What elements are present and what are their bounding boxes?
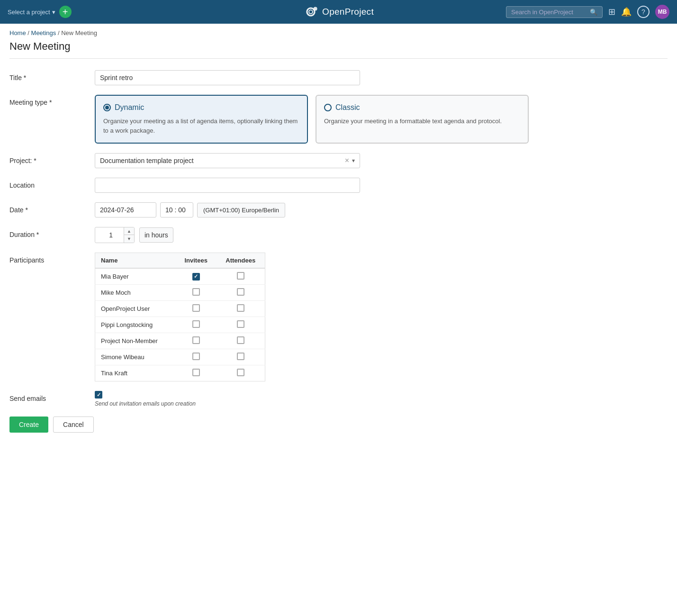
breadcrumb-meetings[interactable]: Meetings bbox=[31, 29, 56, 36]
invitee-checkbox[interactable] bbox=[192, 369, 200, 376]
project-field-wrap: Documentation template project × ▾ bbox=[95, 153, 360, 168]
table-header-row: Name Invitees Attendees bbox=[95, 253, 265, 269]
participant-name: Pippi Longstocking bbox=[95, 317, 176, 333]
invitee-cell bbox=[176, 301, 216, 317]
duration-input-wrap: ▲ ▼ bbox=[95, 227, 135, 243]
participant-name: Project Non-Member bbox=[95, 333, 176, 349]
duration-row: Duration * ▲ ▼ in hours bbox=[9, 227, 668, 243]
breadcrumb-home[interactable]: Home bbox=[9, 29, 26, 36]
invitee-cell bbox=[176, 333, 216, 349]
participants-table-wrap: Name Invitees Attendees Mia BayerMike Mo… bbox=[95, 253, 265, 381]
invitee-checkbox[interactable] bbox=[192, 336, 200, 344]
date-row: Date * (GMT+01:00) Europe/Berlin bbox=[9, 202, 668, 217]
attendee-checkbox[interactable] bbox=[237, 369, 244, 376]
send-emails-label: Send emails bbox=[9, 391, 95, 402]
new-meeting-form: Title * Meeting type * Dynamic Organize … bbox=[0, 59, 677, 444]
participant-name: Simone Wibeau bbox=[95, 349, 176, 365]
grid-icon[interactable]: ⊞ bbox=[608, 7, 615, 17]
page-title: New Meeting bbox=[0, 38, 677, 58]
radio-classic[interactable] bbox=[324, 104, 332, 111]
radio-dynamic[interactable] bbox=[103, 104, 111, 111]
invitee-checkbox[interactable] bbox=[192, 288, 200, 296]
participant-name: Tina Kraft bbox=[95, 365, 176, 381]
project-dropdown-icon[interactable]: ▾ bbox=[352, 157, 355, 164]
select-project-button[interactable]: Select a project ▾ bbox=[8, 9, 55, 16]
search-input[interactable] bbox=[511, 9, 587, 16]
invitee-checkbox[interactable] bbox=[192, 320, 200, 328]
table-row: Tina Kraft bbox=[95, 365, 265, 381]
timezone-badge: (GMT+01:00) Europe/Berlin bbox=[197, 203, 285, 217]
meeting-type-row: Meeting type * Dynamic Organize your mee… bbox=[9, 95, 668, 144]
duration-increment[interactable]: ▲ bbox=[124, 227, 134, 235]
search-icon: 🔍 bbox=[590, 9, 597, 16]
attendee-checkbox[interactable] bbox=[237, 353, 244, 360]
invitee-cell bbox=[176, 365, 216, 381]
top-navigation: Select a project ▾ + OpenProject 🔍 ⊞ 🔔 ?… bbox=[0, 0, 677, 24]
date-label: Date * bbox=[9, 202, 95, 214]
app-logo: OpenProject bbox=[303, 6, 374, 18]
date-time-row: (GMT+01:00) Europe/Berlin bbox=[95, 202, 285, 217]
invitee-cell bbox=[176, 285, 216, 301]
classic-label: Classic bbox=[335, 103, 360, 112]
invitee-checkbox[interactable] bbox=[192, 353, 200, 360]
col-attendees-header: Attendees bbox=[216, 253, 265, 269]
meeting-type-label: Meeting type * bbox=[9, 95, 95, 106]
search-box[interactable]: 🔍 bbox=[506, 6, 603, 18]
meeting-type-options: Dynamic Organize your meeting as a list … bbox=[95, 95, 668, 144]
invitee-cell bbox=[176, 317, 216, 333]
attendee-checkbox[interactable] bbox=[237, 272, 244, 280]
invitee-checkbox[interactable] bbox=[192, 304, 200, 312]
table-row: Simone Wibeau bbox=[95, 349, 265, 365]
send-emails-checkbox[interactable] bbox=[95, 391, 102, 399]
hours-label: in hours bbox=[139, 227, 173, 243]
bell-icon[interactable]: 🔔 bbox=[621, 7, 632, 17]
col-invitees-header: Invitees bbox=[176, 253, 216, 269]
location-field-wrap bbox=[95, 178, 360, 193]
attendee-checkbox[interactable] bbox=[237, 304, 244, 312]
meeting-type-classic[interactable]: Classic Organize your meeting in a forma… bbox=[316, 95, 529, 144]
svg-point-0 bbox=[314, 7, 317, 11]
breadcrumb: Home / Meetings / New Meeting bbox=[0, 24, 677, 38]
logo-icon bbox=[303, 6, 318, 18]
attendee-cell bbox=[216, 268, 265, 285]
project-select[interactable]: Documentation template project × ▾ bbox=[95, 153, 360, 168]
attendee-checkbox[interactable] bbox=[237, 320, 244, 328]
attendee-checkbox[interactable] bbox=[237, 336, 244, 344]
time-input[interactable] bbox=[160, 202, 193, 217]
send-emails-note: Send out invitation emails upon creation bbox=[95, 400, 196, 407]
avatar[interactable]: MB bbox=[655, 5, 669, 19]
project-label: Project: * bbox=[9, 153, 95, 164]
breadcrumb-current: New Meeting bbox=[61, 29, 97, 36]
attendee-cell bbox=[216, 365, 265, 381]
duration-spinners: ▲ ▼ bbox=[124, 227, 134, 243]
meeting-type-dynamic[interactable]: Dynamic Organize your meeting as a list … bbox=[95, 95, 308, 144]
participant-name: Mia Bayer bbox=[95, 268, 176, 285]
create-button[interactable]: Create bbox=[9, 417, 48, 433]
duration-decrement[interactable]: ▼ bbox=[124, 235, 134, 243]
table-row: Mike Moch bbox=[95, 285, 265, 301]
classic-desc: Organize your meeting in a formattable t… bbox=[324, 117, 520, 126]
attendee-cell bbox=[216, 317, 265, 333]
duration-input[interactable] bbox=[95, 228, 124, 242]
date-input[interactable] bbox=[95, 202, 156, 217]
location-row: Location bbox=[9, 178, 668, 193]
project-clear-icon[interactable]: × bbox=[345, 156, 349, 165]
title-label: Title * bbox=[9, 70, 95, 82]
invitee-checkbox[interactable] bbox=[192, 273, 200, 281]
breadcrumb-sep1: / bbox=[27, 29, 31, 36]
send-emails-content: Send out invitation emails upon creation bbox=[95, 391, 196, 407]
location-input[interactable] bbox=[95, 178, 360, 193]
participants-label: Participants bbox=[9, 253, 95, 264]
cancel-button[interactable]: Cancel bbox=[53, 417, 94, 433]
table-row: Mia Bayer bbox=[95, 268, 265, 285]
dynamic-desc: Organize your meeting as a list of agend… bbox=[103, 117, 299, 135]
duration-control: ▲ ▼ in hours bbox=[95, 227, 173, 243]
send-emails-row: Send emails Send out invitation emails u… bbox=[9, 391, 668, 407]
help-icon[interactable]: ? bbox=[637, 6, 650, 18]
title-input[interactable] bbox=[95, 70, 360, 85]
duration-label: Duration * bbox=[9, 227, 95, 238]
dynamic-label: Dynamic bbox=[115, 103, 144, 112]
attendee-checkbox[interactable] bbox=[237, 288, 244, 296]
add-project-button[interactable]: + bbox=[59, 6, 72, 18]
attendee-cell bbox=[216, 349, 265, 365]
